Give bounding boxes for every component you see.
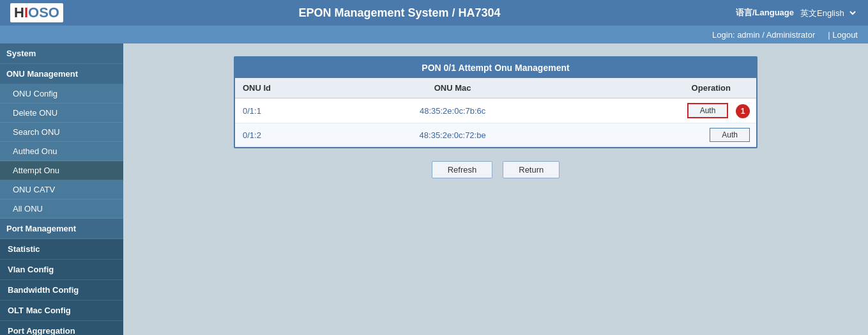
sidebar-item-search-onu[interactable]: Search ONU bbox=[0, 123, 123, 142]
onu-id-cell: 0/1:2 bbox=[235, 123, 347, 147]
return-button[interactable]: Return bbox=[503, 161, 560, 178]
sidebar-item-statistic[interactable]: Statistic bbox=[0, 239, 123, 260]
page-title: EPON Management System / HA7304 bbox=[298, 6, 500, 20]
logout-link[interactable]: | Logout bbox=[828, 30, 858, 40]
onu-id-cell: 0/1:1 bbox=[235, 98, 347, 123]
sidebar: System ONU Management ONU Config Delete … bbox=[0, 43, 123, 335]
language-dropdown[interactable]: 英文English 中文Chinese bbox=[798, 8, 858, 19]
sidebar-item-bandwidth-config[interactable]: Bandwidth Config bbox=[0, 280, 123, 300]
auth-button-1[interactable]: Auth bbox=[687, 103, 729, 118]
sidebar-item-port-aggregation[interactable]: Port Aggregation bbox=[0, 321, 123, 335]
table-title: PON 0/1 Attempt Onu Management bbox=[235, 58, 756, 78]
onu-table: ONU Id ONU Mac Operation 0/1:1 48:35:2e:… bbox=[235, 78, 756, 147]
onu-mac-cell: 48:35:2e:0c:7b:6c bbox=[347, 98, 558, 123]
refresh-button[interactable]: Refresh bbox=[432, 161, 493, 178]
header-bottom: Login: admin / Administrator | Logout bbox=[0, 26, 868, 43]
col-header-onu-id: ONU Id bbox=[235, 78, 347, 98]
login-info: Login: admin / Administrator bbox=[712, 30, 815, 40]
sidebar-item-onu-catv[interactable]: ONU CATV bbox=[0, 180, 123, 199]
operation-cell: Auth 1 bbox=[558, 98, 756, 123]
col-header-onu-mac: ONU Mac bbox=[347, 78, 558, 98]
header-top: HIOSO EPON Management System / HA7304 语言… bbox=[0, 0, 868, 26]
sidebar-item-onu-config[interactable]: ONU Config bbox=[0, 84, 123, 104]
sidebar-item-all-onu[interactable]: All ONU bbox=[0, 199, 123, 219]
onu-mac-cell: 48:35:2e:0c:72:be bbox=[347, 123, 558, 147]
operation-cell: Auth bbox=[558, 123, 756, 147]
table-container: PON 0/1 Attempt Onu Management ONU Id ON… bbox=[234, 56, 758, 148]
logo: HIOSO bbox=[10, 3, 63, 22]
sidebar-item-attempt-onu[interactable]: Attempt Onu bbox=[0, 161, 123, 180]
sidebar-item-authed-onu[interactable]: Authed Onu bbox=[0, 142, 123, 161]
row-badge-1: 1 bbox=[736, 104, 750, 118]
sidebar-item-olt-mac-config[interactable]: OLT Mac Config bbox=[0, 300, 123, 321]
logo-area: HIOSO bbox=[10, 3, 63, 22]
table-row: 0/1:1 48:35:2e:0c:7b:6c Auth 1 bbox=[235, 98, 756, 123]
sidebar-item-port-management[interactable]: Port Management bbox=[0, 219, 123, 239]
sidebar-item-vlan-config[interactable]: Vlan Config bbox=[0, 260, 123, 280]
language-selector[interactable]: 语言/Language 英文English 中文Chinese bbox=[736, 7, 858, 19]
sidebar-item-system[interactable]: System bbox=[0, 43, 123, 64]
auth-button-2[interactable]: Auth bbox=[710, 128, 750, 142]
main-layout: System ONU Management ONU Config Delete … bbox=[0, 43, 868, 335]
sidebar-item-delete-onu[interactable]: Delete ONU bbox=[0, 104, 123, 123]
language-label: 语言/Language bbox=[736, 7, 794, 19]
action-buttons: Refresh Return bbox=[142, 161, 849, 178]
col-header-operation: Operation bbox=[558, 78, 756, 98]
content-area: PON 0/1 Attempt Onu Management ONU Id ON… bbox=[123, 43, 868, 335]
sidebar-item-onu-management[interactable]: ONU Management bbox=[0, 64, 123, 84]
table-row: 0/1:2 48:35:2e:0c:72:be Auth bbox=[235, 123, 756, 147]
